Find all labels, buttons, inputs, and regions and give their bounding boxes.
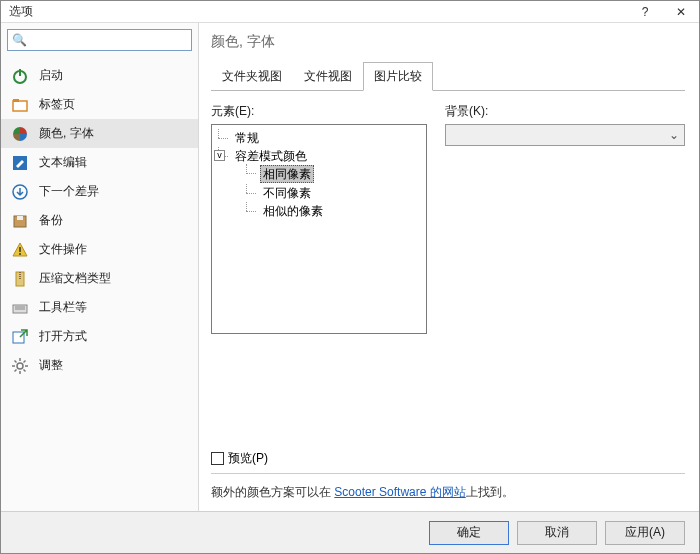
sidebar-item-text-edit[interactable]: 文本编辑 xyxy=(1,148,198,177)
pencil-icon xyxy=(11,154,29,172)
sidebar-item-label: 颜色, 字体 xyxy=(39,125,94,142)
sidebar-item-tabs[interactable]: 标签页 xyxy=(1,90,198,119)
sidebar-item-label: 启动 xyxy=(39,67,63,84)
sidebar-item-label: 工具栏等 xyxy=(39,299,87,316)
sidebar-item-archive[interactable]: 压缩文档类型 xyxy=(1,264,198,293)
page-title: 颜色, 字体 xyxy=(211,33,685,51)
element-tree[interactable]: 常规 v 容差模式颜色 相同像素 不同像素 相似的像素 xyxy=(211,124,427,334)
power-icon xyxy=(11,67,29,85)
svg-line-22 xyxy=(24,369,26,371)
tab-folder-view[interactable]: 文件夹视图 xyxy=(211,62,293,91)
main-panel: 颜色, 字体 文件夹视图 文件视图 图片比较 元素(E): 常规 v 容差模式颜… xyxy=(199,23,699,511)
sidebar-item-backup[interactable]: 备份 xyxy=(1,206,198,235)
tree-toggle[interactable]: v xyxy=(214,150,225,161)
sidebar-item-label: 打开方式 xyxy=(39,328,87,345)
svg-line-23 xyxy=(15,369,17,371)
tree-item-group[interactable]: v 容差模式颜色 相同像素 不同像素 相似的像素 xyxy=(218,147,424,221)
open-icon xyxy=(11,328,29,346)
tree-item[interactable]: 不同像素 xyxy=(246,184,424,202)
sidebar-item-label: 调整 xyxy=(39,357,63,374)
button-bar: 确定 取消 应用(A) xyxy=(1,511,699,553)
sidebar: 启动 标签页 颜色, 字体 文本编辑 下一个差异 备份 xyxy=(1,23,199,511)
sidebar-item-label: 文本编辑 xyxy=(39,154,87,171)
close-button[interactable]: ✕ xyxy=(663,1,699,23)
sidebar-item-label: 文件操作 xyxy=(39,241,87,258)
svg-point-16 xyxy=(17,363,23,369)
sidebar-item-tweaks[interactable]: 调整 xyxy=(1,351,198,380)
background-combo[interactable]: ⌄ xyxy=(445,124,685,146)
zip-icon xyxy=(11,270,29,288)
sidebar-item-label: 标签页 xyxy=(39,96,75,113)
chevron-down-icon: ⌄ xyxy=(666,128,682,142)
sidebar-item-next-diff[interactable]: 下一个差异 xyxy=(1,177,198,206)
sidebar-item-colors-fonts[interactable]: 颜色, 字体 xyxy=(1,119,198,148)
titlebar: 选项 ? ✕ xyxy=(1,1,699,23)
cancel-button[interactable]: 取消 xyxy=(517,521,597,545)
tab-icon xyxy=(11,96,29,114)
pie-icon xyxy=(11,125,29,143)
sidebar-item-file-ops[interactable]: 文件操作 xyxy=(1,235,198,264)
sidebar-item-open-with[interactable]: 打开方式 xyxy=(1,322,198,351)
element-label: 元素(E): xyxy=(211,103,427,120)
tree-item[interactable]: 相似的像素 xyxy=(246,202,424,220)
tab-strip: 文件夹视图 文件视图 图片比较 xyxy=(211,61,685,91)
svg-point-9 xyxy=(19,253,21,255)
nav-list: 启动 标签页 颜色, 字体 文本编辑 下一个差异 备份 xyxy=(1,57,198,511)
sidebar-item-startup[interactable]: 启动 xyxy=(1,61,198,90)
arrow-down-icon xyxy=(11,183,29,201)
keyboard-icon xyxy=(11,299,29,317)
footer-note: 额外的颜色方案可以在 Scooter Software 的网站上找到。 xyxy=(211,473,685,505)
ok-button[interactable]: 确定 xyxy=(429,521,509,545)
sidebar-item-label: 备份 xyxy=(39,212,63,229)
apply-button[interactable]: 应用(A) xyxy=(605,521,685,545)
svg-line-21 xyxy=(15,360,17,362)
svg-rect-2 xyxy=(13,101,27,111)
sidebar-item-toolbar[interactable]: 工具栏等 xyxy=(1,293,198,322)
background-label: 背景(K): xyxy=(445,103,685,120)
warning-icon xyxy=(11,241,29,259)
footer-link[interactable]: Scooter Software 的网站 xyxy=(334,485,465,499)
tree-item[interactable]: 相同像素 xyxy=(246,164,424,184)
backup-icon xyxy=(11,212,29,230)
tab-image-compare[interactable]: 图片比较 xyxy=(363,62,433,91)
sidebar-item-label: 下一个差异 xyxy=(39,183,99,200)
svg-rect-7 xyxy=(17,216,23,220)
window-title: 选项 xyxy=(9,3,627,20)
svg-line-24 xyxy=(24,360,26,362)
help-button[interactable]: ? xyxy=(627,1,663,23)
search-input[interactable] xyxy=(7,29,192,51)
gear-icon xyxy=(11,357,29,375)
tab-file-view[interactable]: 文件视图 xyxy=(293,62,363,91)
svg-rect-3 xyxy=(13,99,19,102)
preview-checkbox[interactable] xyxy=(211,452,224,465)
preview-label: 预览(P) xyxy=(228,450,268,467)
tree-item-root[interactable]: 常规 xyxy=(218,129,424,147)
sidebar-item-label: 压缩文档类型 xyxy=(39,270,111,287)
